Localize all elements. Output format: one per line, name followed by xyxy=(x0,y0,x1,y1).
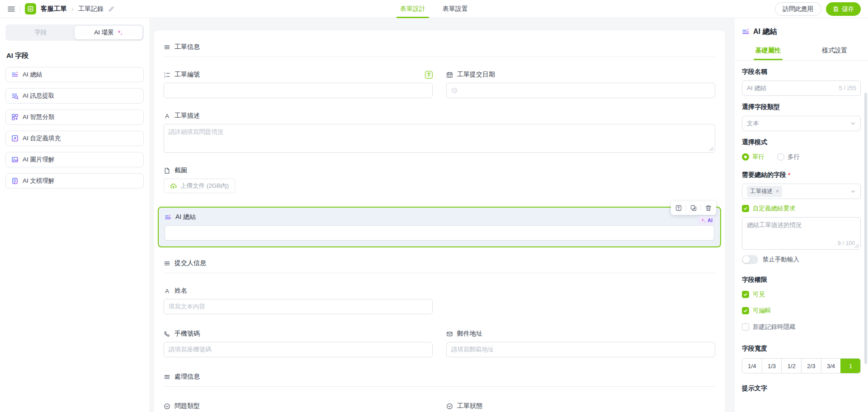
ai-image-icon xyxy=(11,156,19,163)
svg-text:1: 1 xyxy=(164,71,166,75)
visible-checkbox[interactable]: 可見 xyxy=(742,290,861,298)
checkbox-label: 自定義總結要求 xyxy=(753,204,796,213)
tab-form-design-label: 表單設計 xyxy=(400,5,425,13)
ai-summary-input[interactable] xyxy=(165,225,714,241)
ai-classify-icon xyxy=(11,114,19,121)
sidebar-item-label: AI 智慧分類 xyxy=(23,113,55,121)
sidebar-item-ai-classify[interactable]: AI 智慧分類 xyxy=(5,109,144,125)
form-canvas: 工單信息 12 工單編號 T xyxy=(153,30,726,412)
save-icon xyxy=(833,6,839,12)
field-width-options: 1/4 1/3 1/2 2/3 3/4 1 xyxy=(742,358,861,374)
tab-style-settings[interactable]: 樣式設置 xyxy=(802,42,868,60)
section-icon xyxy=(164,374,170,380)
ai-fill-icon xyxy=(11,135,19,142)
sidebar-item-ai-fill[interactable]: AI 自定義填充 xyxy=(5,131,144,146)
tab-ai-scenes[interactable]: AI 場景 xyxy=(75,26,142,39)
select-circle-icon xyxy=(164,403,170,410)
app-logo-icon xyxy=(25,3,36,14)
tab-form-settings[interactable]: 表單設置 xyxy=(436,0,474,18)
phone-icon xyxy=(164,331,170,337)
hide-on-create-checkbox[interactable]: 新建記錄時隱藏 xyxy=(742,323,861,331)
tab-fields[interactable]: 字段 xyxy=(7,26,75,39)
field-ticket-description[interactable]: A 工單描述 請詳細填寫問題情況 xyxy=(164,112,715,153)
app-name[interactable]: 客服工單 xyxy=(41,5,67,13)
prompt-text: 總結工單描述的情況 xyxy=(747,222,802,228)
cloud-upload-icon xyxy=(170,183,177,189)
width-option-1-3[interactable]: 1/3 xyxy=(762,359,782,373)
radio-single-line[interactable]: 單行 xyxy=(742,153,764,161)
ai-summary-icon xyxy=(165,214,171,221)
field-label: 姓名 xyxy=(175,287,187,295)
checkbox-checked xyxy=(742,307,749,314)
sidebar-item-ai-doc[interactable]: AI 文檔理解 xyxy=(5,173,144,189)
radio-label: 多行 xyxy=(788,153,800,161)
ticket-description-textarea[interactable]: 請詳細填寫問題情況 xyxy=(164,124,715,153)
width-option-full[interactable]: 1 xyxy=(840,359,860,373)
email-input[interactable]: 請填寫郵箱地址 xyxy=(446,342,715,357)
summary-fields-select[interactable]: 工單描述 × xyxy=(742,184,861,199)
delete-field-icon[interactable] xyxy=(703,203,714,213)
hamburger-menu-icon[interactable] xyxy=(7,5,15,13)
field-name[interactable]: A 姓名 填寫文本內容 xyxy=(164,273,433,314)
ai-extract-icon xyxy=(11,92,19,99)
width-option-1-2[interactable]: 1/2 xyxy=(781,359,801,373)
section-title: 提交人信息 xyxy=(175,259,206,267)
submit-date-input[interactable] xyxy=(446,83,715,98)
upload-file-button[interactable]: 上傳文件 (2GB內) xyxy=(164,179,235,193)
field-type-label: 選擇字段類型 xyxy=(742,103,861,111)
duplicate-field-icon[interactable] xyxy=(688,203,699,213)
breadcrumb-current[interactable]: 工單記錄 xyxy=(78,5,104,13)
phone-input[interactable]: 請填寫座機號碼 xyxy=(164,342,433,357)
sidebar-item-ai-summary[interactable]: AI 總結 xyxy=(5,67,144,82)
tab-ai-scenes-label: AI 場景 xyxy=(94,28,114,37)
field-ai-summary-selected[interactable]: AI AI 總結 xyxy=(158,207,721,247)
field-properties-panel: AI 總結 基礎屬性 樣式設置 字段名稱 5 / 255 選擇字段類型 文本 選… xyxy=(735,18,868,412)
disable-manual-input-toggle[interactable] xyxy=(742,255,758,264)
sidebar-item-ai-extract[interactable]: AI 訊息提取 xyxy=(5,88,144,104)
tab-form-design[interactable]: 表單設計 xyxy=(394,0,432,18)
field-submit-date[interactable]: 工單提交日期 xyxy=(446,57,715,98)
select-circle-icon xyxy=(446,403,453,410)
ai-fields-heading: AI 字段 xyxy=(6,52,143,60)
ai-badge-label: AI xyxy=(708,218,712,223)
field-ticket-number[interactable]: 12 工單編號 T xyxy=(164,57,433,98)
clock-icon xyxy=(451,87,458,94)
save-button-label: 儲存 xyxy=(842,5,854,13)
width-option-1-4[interactable]: 1/4 xyxy=(742,359,762,373)
field-issue-type[interactable]: 問題類型 xyxy=(164,387,433,412)
width-option-2-3[interactable]: 2/3 xyxy=(801,359,821,373)
width-option-3-4[interactable]: 3/4 xyxy=(821,359,841,373)
panel-scrollbar[interactable] xyxy=(864,93,867,364)
tab-basic-properties[interactable]: 基礎屬性 xyxy=(735,42,802,60)
save-button[interactable]: 儲存 xyxy=(826,2,861,16)
sidebar-item-ai-image[interactable]: AI 圖片理解 xyxy=(5,152,144,167)
checkbox-label: 可編輯 xyxy=(753,307,771,315)
sidebar-item-label: AI 文檔理解 xyxy=(23,177,55,185)
visit-app-button[interactable]: 訪問此應用 xyxy=(775,2,822,16)
ticket-number-input[interactable] xyxy=(164,83,433,98)
field-label: 工單狀態 xyxy=(457,402,482,410)
field-label: 工單描述 xyxy=(175,112,200,120)
tab-label: 樣式設置 xyxy=(822,47,847,54)
field-ticket-status[interactable]: 工單狀態 xyxy=(446,387,715,412)
summary-prompt-textarea[interactable]: 總結工單描述的情況 9 / 100 xyxy=(742,217,861,250)
section-header-submitter-info[interactable]: 提交人信息 xyxy=(164,259,715,267)
sidebar-item-label: AI 訊息提取 xyxy=(23,92,55,100)
placeholder-text: 填寫文本內容 xyxy=(169,303,205,311)
rename-field-icon[interactable] xyxy=(673,203,684,213)
field-phone[interactable]: 手機號碼 請填寫座機號碼 xyxy=(164,314,433,357)
editable-checkbox[interactable]: 可編輯 xyxy=(742,307,861,315)
field-email[interactable]: 郵件地址 請填寫郵箱地址 xyxy=(446,314,715,357)
text-field-icon: A xyxy=(164,288,170,294)
custom-requirement-checkbox[interactable]: 自定義總結要求 xyxy=(742,204,861,213)
name-input[interactable]: 填寫文本內容 xyxy=(164,299,433,314)
section-header-processing-info[interactable]: 處理信息 xyxy=(164,373,715,381)
section-header-ticket-info[interactable]: 工單信息 xyxy=(164,43,715,51)
chevron-down-icon xyxy=(850,121,856,126)
field-type-select[interactable]: 文本 xyxy=(742,116,861,131)
field-screenshot[interactable]: 截圖 上傳文件 (2GB內) xyxy=(164,166,715,193)
radio-multi-line[interactable]: 多行 xyxy=(777,153,800,161)
edit-pencil-icon[interactable] xyxy=(108,6,114,12)
chip-remove-icon[interactable]: × xyxy=(776,188,779,194)
panel-title: AI 總結 xyxy=(753,27,777,37)
